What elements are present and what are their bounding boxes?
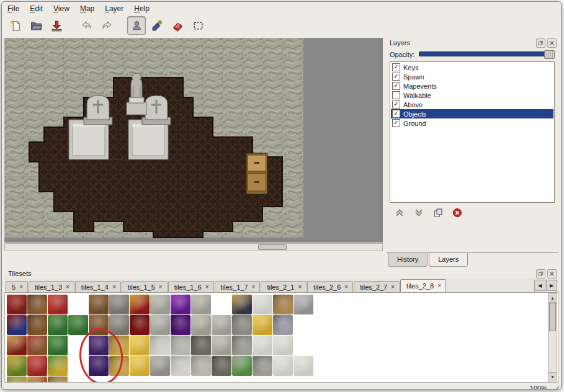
undo-button[interactable]: [77, 16, 96, 35]
tileset-tab-tiles_2_7[interactable]: tiles_2_7 ×: [354, 281, 400, 292]
tile-banner-crest[interactable]: [7, 336, 27, 355]
tile-banner-blue[interactable]: [7, 315, 27, 335]
float-panel-button[interactable]: [536, 269, 545, 278]
layer-visibility-checkbox[interactable]: ✓: [392, 73, 400, 81]
horizontal-scrollbar-thumb[interactable]: [258, 244, 287, 250]
tileset-tab-tiles_2_1[interactable]: tiles_2_1 ×: [261, 281, 307, 292]
tileset-tab-tiles_1_6[interactable]: tiles_1_6 ×: [168, 281, 214, 292]
tile-armor-stand[interactable]: [293, 295, 313, 314]
layer-visibility-checkbox[interactable]: ✓: [392, 100, 400, 109]
tile-knight-armor[interactable]: [273, 315, 293, 335]
fill-tool-button[interactable]: [148, 16, 166, 35]
tile-potted-plant[interactable]: [48, 315, 68, 335]
tile-pale-tiles[interactable]: [273, 356, 293, 376]
tile-stone-door-top[interactable]: [109, 295, 129, 314]
tileset-tab-tiles_1_4[interactable]: tiles_1_4 ×: [75, 281, 121, 292]
tile-gold-pile[interactable]: [130, 356, 150, 376]
tab-close-icon[interactable]: ×: [112, 284, 116, 290]
vertical-scrollbar-thumb[interactable]: [549, 303, 556, 331]
tile-gargoyle-pale[interactable]: [212, 336, 231, 355]
tile-stone-block[interactable]: [150, 315, 170, 335]
layer-row-keys[interactable]: ✓ Keys: [391, 63, 553, 72]
layer-visibility-checkbox[interactable]: ✓: [392, 63, 400, 71]
scroll-tabs-right-button[interactable]: ▶: [546, 280, 557, 291]
duplicate-layer-button[interactable]: [432, 207, 444, 218]
tileset-tab-tiles_2_8[interactable]: tiles_2_8 ×: [400, 279, 446, 292]
tileset-tab-5[interactable]: 5 ×: [6, 281, 28, 292]
layer-row-spawn[interactable]: ✓ Spawn: [391, 72, 553, 81]
save-button[interactable]: [47, 16, 66, 35]
tile-stone-door-bottom[interactable]: [109, 315, 129, 335]
tileset-tab-tiles_2_6[interactable]: tiles_2_6 ×: [307, 281, 353, 292]
new-file-button[interactable]: [6, 16, 25, 35]
stamp-tool-button[interactable]: [127, 16, 146, 35]
layer-row-walkable[interactable]: Walkable: [391, 91, 553, 100]
menu-map[interactable]: Map: [80, 4, 94, 13]
tile-gargoyle-bottom[interactable]: [212, 356, 231, 376]
tile-purple-throne-top[interactable]: [171, 295, 190, 314]
scroll-tabs-left-button[interactable]: ◀: [534, 280, 545, 291]
tile-pale-tiles[interactable]: [293, 356, 313, 376]
tile-wood-chest[interactable]: [273, 295, 293, 314]
tab-close-icon[interactable]: ×: [205, 284, 209, 290]
tileset-tab-tiles_1_3[interactable]: tiles_1_3 ×: [29, 281, 74, 292]
tile-pale-tiles[interactable]: [273, 336, 293, 355]
tile-loom[interactable]: [27, 295, 47, 314]
tile-cabinet-top[interactable]: [89, 295, 109, 314]
tile-potted-plant[interactable]: [48, 336, 68, 355]
float-panel-button[interactable]: [536, 38, 545, 48]
tab-close-icon[interactable]: ×: [298, 284, 302, 290]
tile-loom-base[interactable]: [27, 315, 47, 335]
tile-statue-top[interactable]: [150, 336, 170, 355]
tile-pale-tiles[interactable]: [253, 336, 272, 355]
menu-edit[interactable]: Edit: [30, 4, 43, 13]
tile-stone-block[interactable]: [191, 295, 211, 314]
layer-visibility-checkbox[interactable]: ✓: [392, 110, 400, 118]
tab-close-icon[interactable]: ×: [344, 284, 348, 290]
tile-banana-plant[interactable]: [48, 356, 68, 376]
tab-close-icon[interactable]: ×: [19, 284, 23, 290]
tile-sarcophagus[interactable]: [232, 315, 252, 335]
tile-bookshelf[interactable]: [27, 336, 47, 355]
tile-red-throne-top[interactable]: [130, 295, 150, 314]
tab-close-icon[interactable]: ×: [159, 284, 163, 290]
scroll-down-button[interactable]: ▼: [548, 372, 557, 381]
tile-red-horn[interactable]: [27, 376, 47, 383]
layer-row-mapevents[interactable]: ✓ Mapevents: [391, 81, 553, 91]
tileset-tab-tiles_1_5[interactable]: tiles_1_5 ×: [122, 281, 168, 292]
menu-file[interactable]: File: [7, 4, 19, 13]
tile-red-throne-bottom[interactable]: [130, 315, 150, 335]
raise-layer-button[interactable]: [393, 207, 406, 218]
tile-potted-plant[interactable]: [68, 315, 88, 335]
menu-view[interactable]: View: [53, 4, 69, 13]
tab-close-icon[interactable]: ×: [437, 283, 441, 289]
tile-red-jar[interactable]: [27, 356, 47, 376]
tab-close-icon[interactable]: ×: [66, 284, 69, 290]
tile-boulder[interactable]: [150, 356, 170, 376]
tile-obelisk-top[interactable]: [212, 315, 231, 335]
layer-row-above[interactable]: ✓ Above: [391, 100, 553, 109]
close-panel-button[interactable]: [547, 38, 557, 48]
eraser-tool-button[interactable]: [168, 16, 187, 35]
tab-close-icon[interactable]: ×: [391, 284, 395, 290]
tab-close-icon[interactable]: ×: [252, 284, 256, 290]
map-horizontal-scrollbar[interactable]: [4, 243, 383, 251]
tile-gargoyle-top[interactable]: [191, 336, 211, 355]
opacity-slider-handle[interactable]: [544, 50, 555, 59]
tile-gold-hoard[interactable]: [253, 315, 272, 335]
tile-brass-horn[interactable]: [48, 376, 68, 383]
layer-visibility-checkbox[interactable]: ✓: [392, 119, 400, 127]
layer-visibility-checkbox[interactable]: ✓: [392, 82, 400, 90]
panel-tab-history[interactable]: History: [388, 253, 427, 267]
tile-vase-plant[interactable]: [232, 356, 252, 376]
tileset-vertical-scrollbar[interactable]: ▲ ▼: [548, 293, 557, 381]
tile-gold-cloth[interactable]: [7, 376, 27, 383]
redo-button[interactable]: [97, 16, 116, 35]
tile-tomb-bottom[interactable]: [253, 356, 272, 376]
tile-banner-green[interactable]: [7, 356, 27, 376]
tile-framed-picture[interactable]: [232, 295, 252, 314]
open-button[interactable]: [27, 16, 45, 35]
map-canvas[interactable]: [4, 38, 383, 243]
layer-row-objects[interactable]: ✓ Objects: [391, 109, 553, 118]
scroll-up-button[interactable]: ▲: [548, 294, 557, 303]
